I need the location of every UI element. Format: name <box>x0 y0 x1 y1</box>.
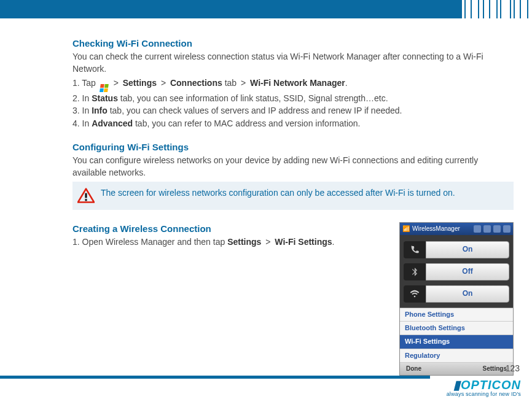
step3-bold: Info <box>92 106 108 115</box>
device-menu: Phone Settings Bluetooth Settings Wi-Fi … <box>400 307 513 363</box>
header-bar <box>0 0 532 18</box>
menu-regulatory[interactable]: Regulatory <box>400 349 513 363</box>
page-content: Checking Wi-Fi Connection You can check … <box>0 18 532 376</box>
toggle-phone-state: On <box>426 241 509 258</box>
c-step1-settings: Settings <box>227 237 261 247</box>
step-1: 1. Tap > Settings > Connections tab > Wi… <box>72 77 514 92</box>
menu-bluetooth-settings[interactable]: Bluetooth Settings <box>400 322 513 335</box>
windows-start-icon <box>99 83 109 92</box>
toggle-phone[interactable]: On <box>404 241 509 258</box>
step4-post: tab, you can refer to MAC address and ve… <box>133 118 360 128</box>
app-icon: 📶 <box>402 225 410 233</box>
step3-prefix: 3. In <box>72 106 92 115</box>
heading-checking-wifi: Checking Wi-Fi Connection <box>72 37 514 50</box>
c-step1-prefix: 1. Open Wireless Manager and then tap <box>72 237 227 247</box>
bluetooth-icon <box>404 263 426 280</box>
step-3: 3. In Info tab, you can check values of … <box>72 105 514 117</box>
toggle-wifi-state: On <box>426 285 509 303</box>
device-softkeys: Done Settings <box>400 363 513 375</box>
chevron: > <box>161 78 166 88</box>
step1-tab-word: tab <box>225 78 239 88</box>
period: . <box>345 78 348 88</box>
brand-tagline: always scanning for new ID's <box>447 391 521 397</box>
signal-icon <box>483 225 491 233</box>
close-icon <box>503 225 510 233</box>
alert-box: The screen for wireless networks configu… <box>72 182 514 210</box>
chevron: > <box>114 78 119 88</box>
device-screenshot: 📶 WirelessManager On <box>399 222 514 376</box>
step-2: 2. In Status tab, you can see informatio… <box>72 93 514 105</box>
heading-configuring-wifi: Configuring Wi-Fi Settings <box>72 141 514 153</box>
step1-connections: Connections <box>170 78 222 88</box>
brand-block: ▮OPTICON always scanning for new ID's <box>447 379 521 397</box>
step4-bold: Advanced <box>92 118 133 128</box>
step-4: 4. In Advanced tab, you can refer to MAC… <box>72 118 514 130</box>
step2-prefix: 2. In <box>72 93 92 103</box>
page-number: 123 <box>506 363 520 373</box>
toggle-wifi[interactable]: On <box>404 285 509 303</box>
toggle-bt-state: Off <box>426 263 509 280</box>
intro-checking-wifi: You can check the current wireless conne… <box>72 51 514 75</box>
step1-settings: Settings <box>123 78 157 88</box>
brand-logo: ▮OPTICON <box>447 379 521 391</box>
phone-icon <box>404 241 426 258</box>
intro-configuring-wifi: You can configure wireless networks on y… <box>72 155 514 179</box>
step4-prefix: 4. In <box>72 118 92 128</box>
chevron: > <box>241 78 246 88</box>
volume-icon <box>493 225 501 233</box>
step3-post: tab, you can check values of servers and… <box>108 106 402 115</box>
heading-creating-connection: Creating a Wireless Connection <box>72 222 391 235</box>
step2-bold: Status <box>92 93 118 103</box>
toggle-bluetooth[interactable]: Off <box>404 263 509 280</box>
status-icon <box>474 225 481 233</box>
step1-wifi-mgr: Wi-Fi Network Manager <box>250 78 345 88</box>
svg-rect-2 <box>85 199 87 201</box>
device-titlebar: 📶 WirelessManager <box>400 223 513 235</box>
softkey-done[interactable]: Done <box>406 365 421 373</box>
c-step1-wifi: Wi-Fi Settings <box>275 237 332 247</box>
device-title-text: WirelessManager <box>412 225 460 233</box>
menu-wifi-settings[interactable]: Wi-Fi Settings <box>400 335 513 349</box>
step1-prefix: 1. Tap <box>72 78 98 88</box>
alert-text: The screen for wireless networks configu… <box>101 187 455 199</box>
menu-phone-settings[interactable]: Phone Settings <box>400 308 513 322</box>
c-step1-post: . <box>332 237 335 247</box>
warning-icon <box>77 188 95 204</box>
wifi-icon <box>404 285 426 303</box>
softkey-settings[interactable]: Settings <box>483 365 507 373</box>
step2-post: tab, you can see information of link sta… <box>118 93 388 103</box>
chevron: > <box>265 237 270 247</box>
steps-checking-wifi: 1. Tap > Settings > Connections tab > Wi… <box>72 77 514 129</box>
header-stripes <box>462 0 532 18</box>
creating-step-1: 1. Open Wireless Manager and then tap Se… <box>81 236 391 249</box>
footer-bar <box>0 376 430 379</box>
svg-rect-1 <box>85 193 87 198</box>
